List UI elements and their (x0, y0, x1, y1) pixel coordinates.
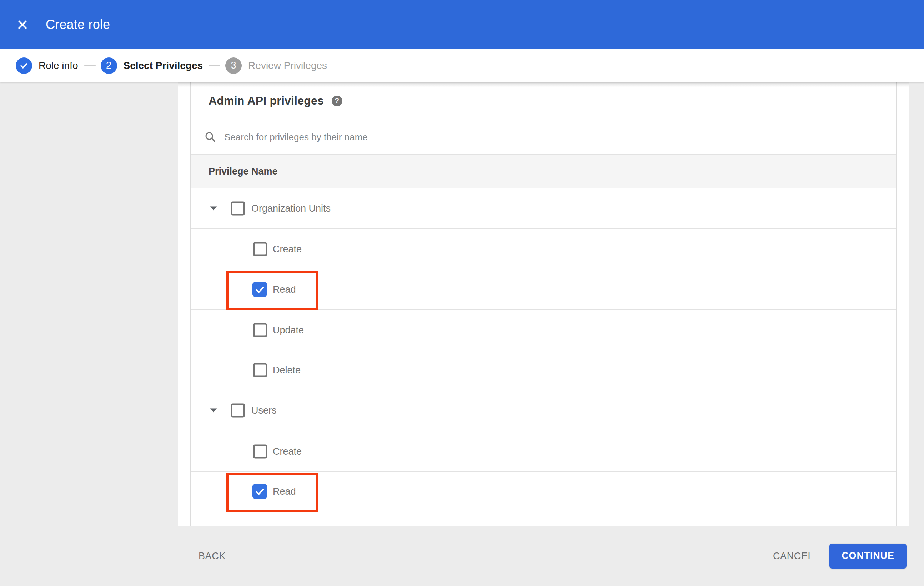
highlight-box (226, 473, 318, 512)
step-separator (209, 65, 220, 66)
step2-label: Select Privileges (124, 60, 203, 71)
appbar: Create role (0, 0, 924, 49)
step1-check-icon (16, 58, 32, 74)
privilege-rows: Organization UnitsCreateReadUpdateDelete… (191, 188, 896, 512)
page-background: Admin API privileges ? Privilege Name Or… (0, 82, 924, 586)
section-title: Admin API privileges (208, 94, 324, 107)
privilege-row-read: Read (191, 270, 896, 310)
checkbox-create-unchecked[interactable] (253, 242, 267, 256)
privilege-row-read: Read (191, 472, 896, 512)
privilege-label: Users (251, 405, 277, 416)
dialog-body: Admin API privileges ? Privilege Name Or… (178, 82, 909, 526)
step3-label: Review Privileges (248, 60, 327, 71)
search-bar (191, 120, 896, 155)
privilege-label: Create (273, 446, 302, 457)
privilege-row-create: Create (191, 431, 896, 472)
cancel-button[interactable]: CANCEL (773, 550, 813, 561)
privilege-name-header: Privilege Name (208, 166, 278, 177)
privilege-row-users: Users (191, 390, 896, 431)
step1-label: Role info (38, 60, 78, 71)
card-header: Admin API privileges ? (191, 82, 896, 120)
privilege-row-delete: Delete (191, 351, 896, 390)
step3-circle: 3 (225, 58, 242, 74)
stepper: Role info 2 Select Privileges 3 Review P… (0, 49, 924, 82)
search-input[interactable] (224, 132, 896, 143)
privilege-label: Read (273, 284, 296, 295)
checkbox-update-unchecked[interactable] (253, 323, 267, 337)
continue-button[interactable]: CONTINUE (829, 543, 906, 568)
expander-icon[interactable] (210, 207, 217, 211)
table-header-row: Privilege Name (191, 155, 896, 188)
checkbox-organization-units-unchecked[interactable] (231, 202, 245, 216)
step-select-privileges[interactable]: 2 Select Privileges (101, 58, 203, 74)
privilege-row-create: Create (191, 229, 896, 270)
checkbox-users-unchecked[interactable] (231, 403, 245, 418)
checkbox-delete-unchecked[interactable] (253, 363, 267, 377)
step-review-privileges[interactable]: 3 Review Privileges (225, 58, 327, 74)
highlight-box (226, 270, 318, 310)
checkbox-read-checked[interactable] (252, 484, 267, 499)
step2-circle: 2 (101, 58, 117, 74)
privilege-row-organization-units: Organization Units (191, 188, 896, 229)
privilege-label: Delete (273, 365, 300, 376)
expander-icon[interactable] (210, 409, 217, 413)
privilege-label: Read (273, 486, 296, 497)
step-role-info[interactable]: Role info (16, 58, 78, 74)
privilege-label: Create (273, 244, 302, 254)
privilege-label: Update (273, 324, 304, 336)
help-icon[interactable]: ? (332, 95, 342, 106)
dialog-title: Create role (46, 17, 110, 32)
checkbox-create-unchecked[interactable] (253, 444, 267, 458)
search-icon (204, 131, 216, 143)
close-icon[interactable] (16, 18, 28, 31)
checkbox-read-checked[interactable] (252, 282, 267, 297)
step-separator (84, 65, 96, 66)
footer-bar: BACK CANCEL CONTINUE (0, 526, 924, 586)
back-button[interactable]: BACK (198, 550, 226, 561)
privileges-card: Admin API privileges ? Privilege Name Or… (190, 82, 896, 526)
privilege-label: Organization Units (251, 203, 331, 214)
privilege-row-update: Update (191, 310, 896, 351)
